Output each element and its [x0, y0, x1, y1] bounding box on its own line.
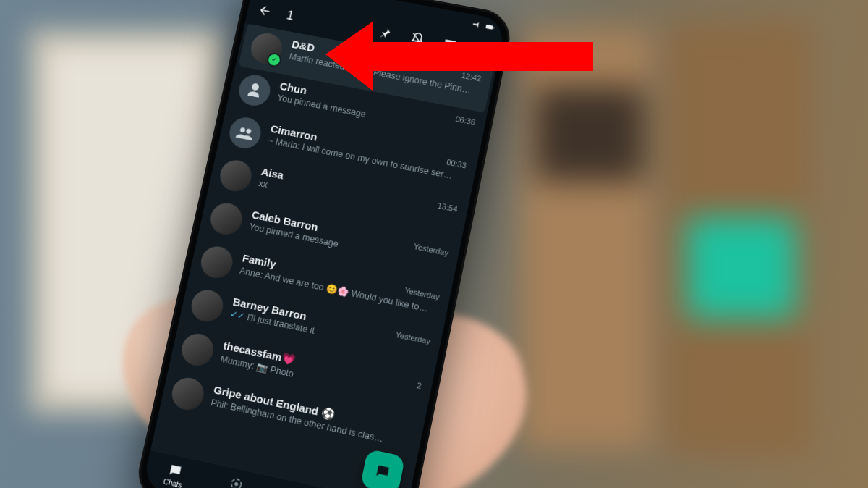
chat-preview-text: xx	[258, 178, 268, 190]
svg-point-5	[480, 54, 483, 56]
avatar	[236, 72, 273, 109]
selected-check-icon	[265, 51, 282, 67]
avatar	[208, 201, 245, 237]
svg-rect-1	[485, 24, 493, 29]
pin-button[interactable]	[373, 22, 397, 44]
archive-icon	[441, 37, 458, 54]
svg-point-4	[481, 50, 484, 53]
avatar	[169, 375, 207, 413]
avatar	[189, 287, 226, 325]
updates-icon	[228, 475, 245, 488]
avatar	[226, 115, 263, 151]
svg-point-6	[239, 127, 245, 133]
nav-updates[interactable]: Updates	[219, 474, 251, 488]
avatar	[248, 30, 285, 66]
avatar	[217, 158, 254, 194]
battery-icon	[485, 22, 495, 33]
selection-count: 1	[285, 8, 295, 23]
mute-icon	[409, 31, 426, 48]
mute-button[interactable]	[406, 28, 430, 51]
svg-point-7	[246, 128, 252, 134]
avatar	[198, 244, 236, 281]
pin-icon	[377, 25, 393, 41]
read-ticks-icon: ✓✓	[229, 308, 245, 321]
back-arrow-icon	[257, 3, 273, 19]
svg-point-9	[234, 481, 239, 486]
archive-button[interactable]	[438, 33, 462, 56]
svg-point-3	[482, 46, 485, 49]
svg-rect-2	[493, 27, 494, 28]
back-button[interactable]	[253, 0, 276, 22]
avatar	[179, 331, 216, 369]
new-chat-icon	[373, 462, 393, 481]
more-button[interactable]	[470, 40, 494, 63]
more-vert-icon	[474, 43, 490, 59]
nav-chats[interactable]: Chats	[163, 461, 187, 488]
scene: 14:03 • 1	[0, 0, 868, 488]
chats-icon	[167, 462, 184, 479]
mute-status-icon	[469, 19, 480, 30]
